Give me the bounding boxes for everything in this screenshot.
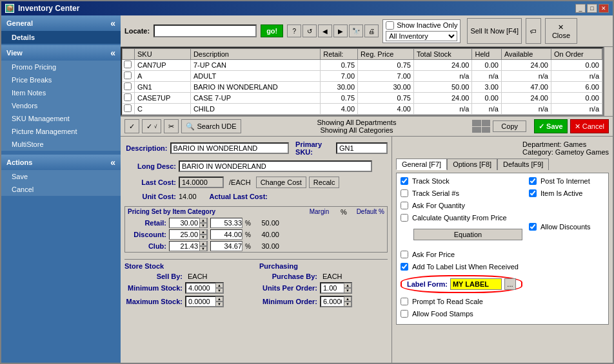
table-cell: 7.00 — [321, 71, 358, 82]
sidebar-item-price-breaks[interactable]: Price Breaks — [1, 73, 121, 86]
table-row[interactable]: AADULT7.007.00n/an/an/an/a — [123, 71, 602, 82]
track-serial-checkbox[interactable] — [401, 189, 408, 197]
last-cost-input[interactable] — [179, 177, 224, 188]
row-checkbox[interactable] — [124, 104, 132, 112]
tab-options[interactable]: Options [F8] — [447, 158, 497, 170]
sidebar-item-details[interactable]: Details — [1, 31, 121, 44]
inventory-filter-select[interactable]: All Inventory — [386, 31, 457, 41]
table-cell: 0.00 — [472, 60, 502, 71]
sidebar-item-picture-management[interactable]: Picture Management — [1, 125, 121, 138]
table-scrollbar[interactable] — [604, 47, 613, 116]
table-cell: 24.00 — [501, 93, 551, 104]
locate-input[interactable] — [154, 24, 257, 37]
sell-now-button[interactable]: Sell It Now [F4] — [467, 18, 522, 44]
pricing-row-label: Retail: — [128, 219, 166, 227]
price-down[interactable]: ▼ — [199, 223, 207, 228]
sidebar: General « Details View « Promo PricingPr… — [1, 15, 121, 363]
cancel-button[interactable]: ✕ Cancel — [570, 119, 609, 133]
prompt-scale-checkbox[interactable] — [401, 298, 408, 305]
checkmark2-button[interactable]: ✓√ — [142, 119, 161, 133]
check-button[interactable]: ✓ — [124, 119, 139, 133]
sidebar-action-save[interactable]: Save — [1, 170, 121, 183]
price-up[interactable]: ▲ — [199, 229, 207, 235]
pricing-margin-input[interactable] — [210, 229, 243, 240]
sidebar-action-cancel[interactable]: Cancel — [1, 183, 121, 196]
refresh-icon-btn[interactable]: ↺ — [302, 24, 317, 37]
pricing-margin-input[interactable] — [210, 218, 243, 228]
sidebar-view-header[interactable]: View « — [1, 45, 121, 61]
price-down[interactable]: ▼ — [199, 246, 207, 251]
sidebar-item-vendors[interactable]: Vendors — [1, 99, 121, 112]
sidebar-item-multistore[interactable]: MultiStore — [1, 138, 121, 151]
min-order-up[interactable]: ▲ — [344, 296, 352, 302]
min-stock-up[interactable]: ▲ — [215, 283, 223, 288]
ask-price-checkbox[interactable] — [401, 251, 408, 258]
scissors-button[interactable]: ✂ — [164, 119, 179, 133]
label-form-input[interactable] — [450, 278, 502, 290]
window-close-button[interactable]: ✕ — [599, 4, 609, 13]
sidebar-item-item-notes[interactable]: Item Notes — [1, 86, 121, 99]
row-checkbox[interactable] — [124, 93, 132, 101]
search-ude-button[interactable]: 🔍 Search UDE — [181, 119, 241, 133]
price-up[interactable]: ▲ — [199, 218, 207, 223]
help-icon-btn[interactable]: ? — [287, 24, 301, 37]
food-stamps-checkbox[interactable] — [401, 310, 408, 318]
row-checkbox[interactable] — [124, 82, 132, 90]
min-stock-down[interactable]: ▼ — [215, 288, 223, 293]
sidebar-actions-header[interactable]: Actions « — [1, 155, 121, 170]
ask-quantity-checkbox[interactable] — [401, 202, 408, 209]
sidebar-item-sku-management[interactable]: SKU Management — [1, 112, 121, 125]
tab-defaults[interactable]: Defaults [F9] — [497, 158, 549, 170]
sidebar-general-header[interactable]: General « — [1, 15, 121, 31]
equation-button[interactable]: Equation — [413, 229, 522, 240]
price-up[interactable]: ▲ — [199, 241, 207, 246]
minimize-button[interactable]: _ — [575, 4, 586, 13]
maximize-button[interactable]: □ — [587, 4, 597, 13]
show-inactive-checkbox[interactable] — [386, 21, 394, 30]
item-active-checkbox[interactable] — [529, 189, 537, 197]
calc-qty-label: Calculate Quantity From Price — [412, 214, 507, 222]
sidebar-item-promo-pricing[interactable]: Promo Pricing — [1, 61, 121, 73]
price-down[interactable]: ▼ — [199, 235, 207, 240]
calc-qty-checkbox[interactable] — [401, 214, 408, 222]
table-row[interactable]: CAN7UP7-UP CAN0.750.7524.000.0024.000.00 — [123, 60, 602, 71]
actual-last-cost-label: Actual Last Cost: — [210, 193, 268, 200]
units-per-up[interactable]: ▲ — [344, 283, 352, 288]
pricing-row: Club: ▲ ▼ % 30.00 — [125, 240, 387, 252]
allow-discounts-checkbox[interactable] — [529, 223, 537, 231]
go-button[interactable]: go! — [261, 24, 283, 37]
detail-area: Description: Primary SKU: Long Desc: Las… — [121, 137, 613, 363]
save-button[interactable]: ✓ Save — [534, 119, 568, 133]
row-checkbox[interactable] — [124, 72, 132, 79]
change-cost-button[interactable]: Change Cost — [256, 177, 306, 188]
close-icon-btn[interactable]: ✕ Close — [545, 18, 577, 44]
post-internet-checkbox[interactable] — [529, 177, 537, 185]
table-row[interactable]: CASE7UPCASE 7-UP0.750.7524.000.0024.000.… — [123, 93, 602, 104]
tab-general[interactable]: General [F7] — [396, 158, 447, 170]
row-checkbox[interactable] — [124, 61, 132, 68]
long-desc-label: Long Desc: — [124, 162, 176, 170]
long-desc-input[interactable] — [179, 160, 372, 172]
recalc-button[interactable]: Recalc — [309, 177, 340, 188]
forward-icon-btn[interactable]: ▶ — [333, 24, 348, 37]
pricing-row: Retail: ▲ ▼ % 50.00 — [125, 217, 387, 229]
description-input[interactable] — [170, 142, 290, 154]
pricing-margin-input[interactable] — [210, 241, 243, 251]
label-browse-button[interactable]: ... — [504, 278, 516, 290]
binoculars-icon-btn[interactable]: 🔭 — [349, 24, 363, 37]
print-icon-btn[interactable]: 🖨 — [364, 24, 379, 37]
print-label-icon-btn[interactable]: 🏷 — [526, 18, 541, 44]
table-row[interactable]: GN1BARIO IN WONDERLAND30.0030.0050.003.0… — [123, 82, 602, 93]
max-stock-up[interactable]: ▲ — [215, 296, 223, 302]
track-stock-checkbox[interactable] — [401, 177, 408, 185]
copy-button[interactable]: Copy — [493, 120, 526, 132]
back-icon-btn[interactable]: ◀ — [318, 24, 332, 37]
primary-sku-input[interactable] — [336, 142, 388, 154]
pricing-row-label: Discount: — [128, 231, 166, 238]
max-stock-down[interactable]: ▼ — [215, 302, 223, 307]
add-label-checkbox[interactable] — [401, 263, 408, 271]
table-row[interactable]: CCHILD4.004.00n/an/an/an/a — [123, 104, 602, 115]
min-order-down[interactable]: ▼ — [344, 302, 352, 307]
table-cell: 0.00 — [551, 93, 602, 104]
units-per-down[interactable]: ▼ — [344, 288, 352, 293]
